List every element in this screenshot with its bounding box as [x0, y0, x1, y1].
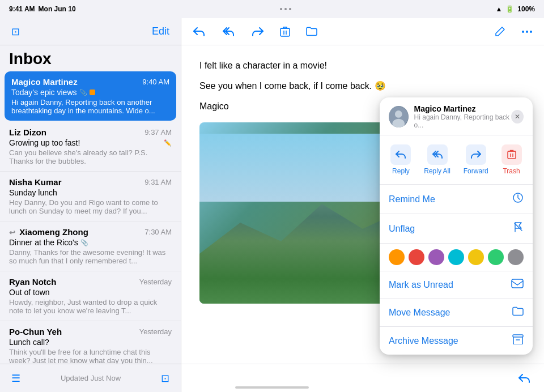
- mail-sender: Ryan Notch: [9, 277, 56, 287]
- compose-button[interactable]: ⊡: [159, 370, 172, 387]
- color-dot-green[interactable]: [488, 249, 504, 265]
- mark-unread-item[interactable]: Mark as Unread: [380, 271, 533, 299]
- remind-me-icon: [512, 192, 524, 206]
- color-dot-gray[interactable]: [508, 249, 524, 265]
- quick-reply-button[interactable]: Reply: [386, 142, 415, 177]
- quick-actions-row: Reply Reply All: [380, 135, 533, 185]
- popup-sender-name: Magico Martinez: [414, 104, 512, 113]
- color-dot-red[interactable]: [409, 249, 424, 265]
- color-dot-teal[interactable]: [448, 249, 464, 265]
- mail-time: 9:40 AM: [142, 78, 169, 86]
- reply-all-icon: [221, 27, 236, 37]
- folder-button[interactable]: [304, 24, 320, 39]
- battery-level: 100%: [517, 5, 535, 13]
- quick-reply-all-button[interactable]: Reply All: [419, 142, 455, 177]
- color-dot-orange[interactable]: [389, 249, 405, 265]
- mail-sender: Liz Dizon: [9, 127, 46, 137]
- archive-message-label: Archive Message: [389, 336, 458, 346]
- mail-subject: Lunch call?: [9, 338, 172, 347]
- unflag-icon: [513, 221, 524, 236]
- svg-line-15: [515, 223, 522, 231]
- svg-rect-16: [512, 279, 523, 288]
- trash-icon: [280, 26, 290, 37]
- avatar: [389, 106, 409, 127]
- inbox-bottom-bar: ☰ Updated Just Now ⊡: [0, 364, 181, 392]
- flag-icon: [90, 90, 95, 95]
- color-dot-yellow[interactable]: [468, 249, 484, 265]
- mark-unread-icon: [511, 279, 524, 291]
- edit-button[interactable]: Edit: [150, 23, 172, 40]
- color-dots-row: [380, 244, 533, 271]
- mark-unread-label: Mark as Unread: [389, 280, 453, 290]
- mail-time: Yesterday: [139, 278, 172, 286]
- color-dot-purple[interactable]: [428, 249, 444, 265]
- popup-sender-text: Magico Martinez Hi again Danny, Reportin…: [414, 104, 512, 129]
- popup-sender-info: Magico Martinez Hi again Danny, Reportin…: [389, 104, 511, 129]
- svg-rect-17: [513, 335, 523, 337]
- mail-item[interactable]: Nisha Kumar 9:31 AM Sunday lunch Hey Dan…: [0, 172, 181, 221]
- popup-close-button[interactable]: ✕: [511, 110, 524, 123]
- quick-trash-label: Trash: [503, 167, 520, 175]
- mail-preview: Howdy, neighbor, Just wanted to drop a q…: [9, 298, 172, 315]
- svg-rect-0: [280, 28, 290, 36]
- email-body-line-1: I felt like a character in a movie!: [199, 59, 526, 73]
- quick-reply-label: Reply: [392, 167, 410, 175]
- sidebar-toggle-button[interactable]: ⊡: [9, 23, 22, 40]
- status-right: ▲ 🔋 100%: [495, 5, 535, 13]
- reply-all-button[interactable]: [219, 24, 238, 39]
- svg-point-4: [522, 31, 524, 33]
- quick-trash-button[interactable]: Trash: [497, 142, 526, 177]
- thread-indicator: ↩: [9, 228, 15, 237]
- reply-bottom-icon: [518, 373, 530, 384]
- new-email-button[interactable]: [492, 24, 508, 40]
- move-message-item[interactable]: Move Message: [380, 299, 533, 327]
- inbox-toolbar: ⊡ Edit: [0, 18, 181, 45]
- unflag-item[interactable]: Unflag: [380, 214, 533, 244]
- mail-subject: Sunday lunch: [9, 188, 172, 197]
- quick-forward-icon: [466, 144, 486, 165]
- remind-me-item[interactable]: Remind Me: [380, 185, 533, 214]
- battery-icon: 🔋: [505, 5, 514, 13]
- mail-item[interactable]: Po-Chun Yeh Yesterday Lunch call? Think …: [0, 321, 181, 364]
- forward-button[interactable]: [249, 24, 266, 39]
- mail-sender: Magico Martinez: [11, 77, 78, 87]
- svg-point-5: [526, 31, 528, 33]
- archive-message-item[interactable]: Archive Message: [380, 327, 533, 355]
- mail-preview: Can you believe she's already so tall? P…: [9, 148, 172, 165]
- mail-item[interactable]: Ryan Notch Yesterday Out of town Howdy, …: [0, 271, 181, 321]
- sidebar-icon: ⊡: [11, 25, 20, 38]
- email-toolbar-left: [190, 24, 320, 40]
- mail-sender: ↩ Xiaomeng Zhong: [9, 227, 88, 237]
- mail-subject: Today's epic views 📎: [11, 88, 169, 97]
- more-options-button[interactable]: [519, 28, 535, 36]
- mail-item[interactable]: Magico Martinez 9:40 AM Today's epic vie…: [5, 71, 176, 121]
- email-body-line-2: See you when I come back, if I come back…: [199, 79, 526, 93]
- mail-item[interactable]: Liz Dizon 9:37 AM Growing up too fast! ✏…: [0, 122, 181, 172]
- mail-list: Magico Martinez 9:40 AM Today's epic vie…: [0, 70, 181, 364]
- mail-time: Yesterday: [139, 327, 172, 336]
- mail-preview: Hi again Danny, Reporting back on anothe…: [11, 98, 169, 115]
- reply-bottom-button[interactable]: [516, 371, 533, 386]
- reply-button[interactable]: [190, 24, 207, 39]
- inbox-title: Inbox: [0, 45, 181, 70]
- status-dots: [280, 8, 291, 10]
- mail-preview: Hey Danny, Do you and Rigo want to come …: [9, 198, 172, 215]
- trash-button[interactable]: [278, 24, 292, 40]
- more-icon: [521, 30, 533, 33]
- filter-button[interactable]: ☰: [9, 370, 23, 387]
- email-toolbar: [181, 18, 544, 45]
- quick-forward-label: Forward: [464, 167, 488, 175]
- folder-icon: [306, 27, 317, 36]
- svg-point-6: [530, 31, 532, 33]
- quick-trash-icon: [502, 144, 522, 165]
- quick-forward-button[interactable]: Forward: [459, 142, 493, 177]
- attachment-icon: 📎: [79, 89, 87, 96]
- mail-time: 9:31 AM: [144, 178, 172, 186]
- svg-point-8: [395, 110, 402, 118]
- remind-me-label: Remind Me: [389, 194, 435, 204]
- avatar-image: [389, 106, 409, 127]
- mail-subject: Out of town: [9, 288, 172, 297]
- compose-icon: [494, 26, 505, 37]
- mail-item[interactable]: ↩ Xiaomeng Zhong 7:30 AM Dinner at the R…: [0, 221, 181, 271]
- home-indicator: [235, 386, 309, 389]
